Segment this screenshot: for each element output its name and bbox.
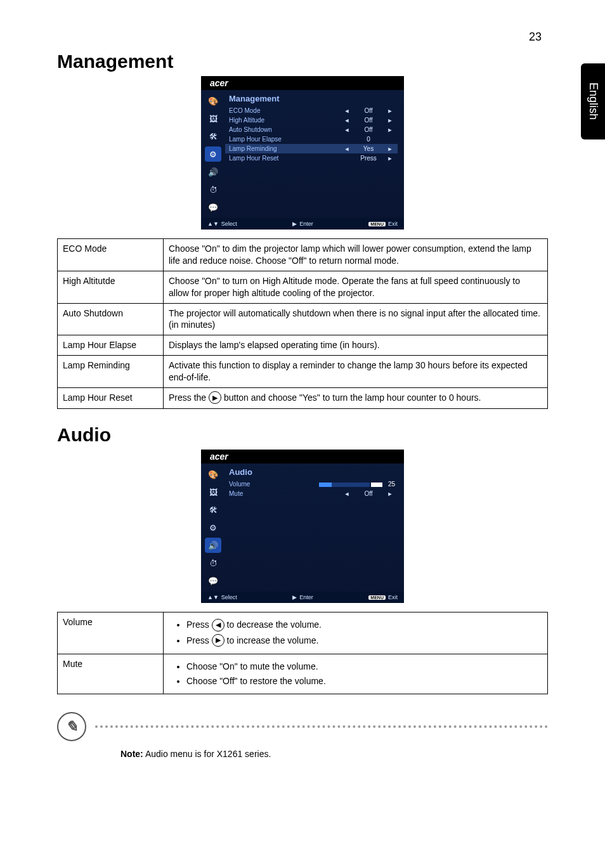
- osd-row-label: High Altitude: [229, 117, 342, 124]
- left-circle-icon: ◀: [212, 619, 224, 632]
- image-icon: 🖼: [205, 484, 221, 500]
- management-icon: ⚙: [205, 146, 221, 162]
- note-text: Note: Audio menu is for X1261 series.: [120, 749, 548, 759]
- osd-row-label: Lamp Reminding: [229, 145, 342, 152]
- cell-key: Volume: [58, 612, 164, 654]
- footer-enter: Enter: [299, 221, 313, 227]
- cell-val: The projector will automatically shutdow…: [164, 303, 548, 335]
- footer-exit: Exit: [388, 221, 398, 227]
- osd-row-value: Yes: [352, 145, 385, 152]
- audio-icon: 🔊: [205, 164, 221, 179]
- text-pre: Press the: [169, 392, 209, 403]
- audio-osd: acer 🎨 🖼 🛠 ⚙ 🔊 ⏱ 💬 Audio Volume 2: [201, 450, 404, 603]
- list-item: Choose "On" to mute the volume.: [186, 661, 542, 673]
- footer-select: Select: [221, 221, 237, 227]
- text-pre: Press: [186, 619, 212, 630]
- color-icon: 🎨: [205, 93, 221, 108]
- management-osd: acer 🎨 🖼 🛠 ⚙ 🔊 ⏱ 💬 Management ECO Mode◄O…: [201, 76, 404, 230]
- cell-val: Choose "On" to turn on High Altitude mod…: [164, 271, 548, 303]
- osd-row-label: Lamp Hour Reset: [229, 155, 342, 162]
- note-body: Audio menu is for X1261 series.: [143, 749, 271, 759]
- cell-key: Lamp Reminding: [58, 356, 164, 388]
- osd-brand: acer: [201, 450, 404, 463]
- text-pre: Press: [186, 635, 212, 645]
- text-post: to increase the volume.: [224, 635, 319, 645]
- management-heading: Management: [57, 51, 548, 72]
- osd-brand: acer: [201, 76, 404, 90]
- right-arrow-icon: ►: [385, 117, 395, 124]
- management-icon: ⚙: [205, 520, 221, 535]
- osd-title: Management: [225, 93, 398, 106]
- osd-icon-rail: 🎨 🖼 🛠 ⚙ 🔊 ⏱ 💬: [201, 90, 225, 218]
- list-item: Press ◀ to decrease the volume.: [186, 619, 542, 632]
- osd-row-label: ECO Mode: [229, 107, 342, 114]
- table-row: Lamp Hour Reset Press the ▶ button and c…: [58, 388, 548, 409]
- right-tri-icon: ▶: [292, 594, 297, 600]
- tools-icon: 🛠: [205, 129, 221, 144]
- right-arrow-icon: ►: [385, 491, 395, 497]
- right-circle-icon: ▶: [209, 391, 221, 404]
- osd-row-label: Lamp Hour Elapse: [229, 136, 342, 143]
- timer-icon: ⏱: [205, 555, 221, 571]
- language-icon: 💬: [205, 200, 221, 215]
- divider: [95, 725, 548, 728]
- right-tri-icon: ▶: [292, 221, 297, 227]
- color-icon: 🎨: [205, 467, 221, 482]
- cell-val: Choose "On" to mute the volume. Choose "…: [164, 654, 548, 694]
- left-arrow-icon: ◄: [342, 491, 352, 497]
- cell-val: Press the ▶ button and choose "Yes" to t…: [164, 388, 548, 409]
- footer-select: Select: [221, 594, 237, 600]
- osd-row-value: Press: [352, 155, 385, 162]
- osd-row-label: Mute: [229, 490, 342, 497]
- note-icon: ✎: [57, 712, 86, 741]
- right-circle-icon: ▶: [212, 634, 224, 647]
- left-arrow-icon: ◄: [342, 146, 352, 152]
- cell-val: Choose "On" to dim the projector lamp wh…: [164, 239, 548, 271]
- right-arrow-icon: ►: [385, 127, 395, 133]
- table-row: Lamp RemindingActivate this function to …: [58, 356, 548, 388]
- cell-val: Press ◀ to decrease the volume. Press ▶ …: [164, 612, 548, 654]
- osd-icon-rail: 🎨 🖼 🛠 ⚙ 🔊 ⏱ 💬: [201, 463, 225, 592]
- table-row: Auto ShutdownThe projector will automati…: [58, 303, 548, 335]
- right-arrow-icon: ►: [385, 146, 395, 152]
- text-post: to decrease the volume.: [224, 619, 322, 630]
- timer-icon: ⏱: [205, 182, 221, 197]
- footer-enter: Enter: [299, 594, 313, 600]
- osd-title: Audio: [225, 466, 398, 479]
- left-arrow-icon: ◄: [342, 127, 352, 133]
- list-item: Choose "Off" to restore the volume.: [186, 675, 542, 687]
- table-row: Volume Press ◀ to decrease the volume. P…: [58, 612, 548, 654]
- menu-badge: MENU: [368, 222, 386, 226]
- osd-row-value: Off: [352, 126, 385, 133]
- cell-key: ECO Mode: [58, 239, 164, 271]
- osd-row-label: Volume: [229, 481, 319, 488]
- list-item: Press ▶ to increase the volume.: [186, 635, 542, 647]
- tools-icon: 🛠: [205, 502, 221, 517]
- text-post: button and choose "Yes" to turn the lamp…: [221, 392, 481, 403]
- updown-icon: ▲▼: [207, 594, 219, 600]
- cell-key: Auto Shutdown: [58, 303, 164, 335]
- language-tab: English: [581, 63, 605, 139]
- osd-row-value: Off: [352, 117, 385, 124]
- left-arrow-icon: ◄: [342, 108, 352, 114]
- osd-row-value: 0: [352, 136, 385, 143]
- volume-bar: [319, 481, 382, 488]
- page-number: 23: [529, 30, 542, 44]
- table-row: Lamp Hour ElapseDisplays the lamp's elap…: [58, 335, 548, 356]
- table-row: Mute Choose "On" to mute the volume. Cho…: [58, 654, 548, 694]
- osd-row-value: Off: [352, 490, 385, 497]
- cell-key: Lamp Hour Reset: [58, 388, 164, 409]
- management-table: ECO ModeChoose "On" to dim the projector…: [57, 238, 548, 409]
- audio-heading: Audio: [57, 424, 548, 446]
- cell-val: Activate this function to display a remi…: [164, 356, 548, 388]
- audio-icon: 🔊: [205, 538, 221, 553]
- cell-key: High Altitutde: [58, 271, 164, 303]
- footer-exit: Exit: [388, 594, 398, 600]
- left-arrow-icon: ◄: [342, 117, 352, 124]
- table-row: ECO ModeChoose "On" to dim the projector…: [58, 239, 548, 271]
- right-arrow-icon: ►: [385, 108, 395, 114]
- osd-row-label: Auto Shutdown: [229, 126, 342, 133]
- cell-key: Lamp Hour Elapse: [58, 335, 164, 356]
- table-row: High AltitutdeChoose "On" to turn on Hig…: [58, 271, 548, 303]
- language-icon: 💬: [205, 573, 221, 588]
